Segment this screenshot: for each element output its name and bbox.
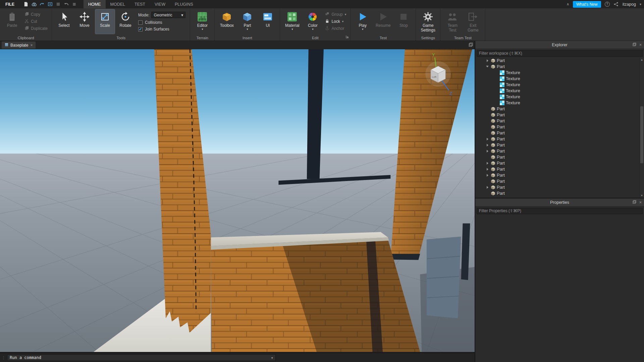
tree-item-texture[interactable]: Texture [475, 76, 639, 82]
anchor-button[interactable]: Anchor [323, 25, 348, 32]
tree-item-part[interactable]: Part [475, 142, 639, 148]
tree-item-part[interactable]: Part [475, 124, 639, 130]
tree-item-part[interactable]: Part [475, 112, 639, 118]
chevron-right-icon[interactable] [485, 144, 489, 146]
tree-item-part[interactable]: Part [475, 58, 639, 64]
tree-item-part[interactable]: Part [475, 106, 639, 112]
insert-part-dropdown-icon[interactable]: ▾ [247, 28, 248, 31]
game-settings-button[interactable]: Game Settings [418, 9, 438, 33]
collisions-checkbox-row[interactable]: Collisions [138, 20, 185, 25]
chevron-right-icon[interactable] [485, 138, 489, 140]
collapse-ribbon-icon[interactable]: ∧ [567, 2, 569, 6]
chevron-right-icon[interactable] [485, 150, 489, 153]
whats-new-button[interactable]: What's New [573, 1, 601, 8]
viewport-canvas[interactable]: Y Z Left [0, 49, 475, 352]
chevron-right-icon[interactable] [485, 168, 489, 171]
tree-item-part[interactable]: Part [475, 148, 639, 154]
file-menu-button[interactable]: FILE [0, 0, 20, 8]
select-tool-button[interactable]: Select [54, 9, 74, 34]
team-test-button[interactable]: Team Test [443, 9, 462, 33]
chevron-right-icon[interactable] [485, 186, 489, 189]
tree-item-part[interactable]: Part [475, 160, 639, 166]
copy-button[interactable]: Copy [23, 11, 49, 18]
properties-float-icon[interactable] [633, 200, 636, 205]
insert-part-button[interactable]: Part ▾ [237, 9, 257, 31]
explorer-float-icon[interactable] [633, 43, 636, 47]
play-dropdown-icon[interactable]: ▾ [362, 28, 364, 31]
command-history-dropdown-icon[interactable]: ▾ [271, 356, 273, 360]
tree-item-texture[interactable]: Texture [475, 82, 639, 88]
join-surfaces-checkbox[interactable]: ✓ [138, 27, 143, 32]
command-input-container[interactable]: ▾ [7, 354, 276, 361]
join-surfaces-checkbox-row[interactable]: ✓ Join Surfaces [138, 27, 185, 32]
group-dropdown-icon[interactable]: ▾ [345, 13, 346, 16]
toolbox-button[interactable]: Toolbox [217, 9, 236, 31]
account-dropdown-icon[interactable]: ▾ [640, 2, 641, 6]
lock-button[interactable]: Lock ▾ [323, 18, 348, 25]
tree-item-part[interactable]: Part [475, 136, 639, 142]
collisions-checkbox[interactable] [138, 20, 143, 25]
tree-item-part[interactable]: Part [475, 166, 639, 172]
rotate-tool-button[interactable]: Rotate [116, 9, 135, 34]
insert-ui-button[interactable]: UI [258, 9, 277, 31]
tab-plugins[interactable]: PLUGINS [170, 0, 198, 8]
explorer-scrollbar[interactable]: ▲ ▼ [639, 58, 644, 198]
mode-select[interactable]: Geometric ▾ [151, 12, 185, 18]
undo-arrow-icon[interactable] [63, 2, 69, 7]
tree-item-texture[interactable]: Texture [475, 88, 639, 94]
properties-close-icon[interactable]: × [639, 200, 642, 205]
baseplate-tab-close-icon[interactable]: × [30, 43, 33, 48]
color-button[interactable]: Color ▾ [303, 9, 322, 32]
move-tool-button[interactable]: Move [75, 9, 94, 34]
wood-wall-lower[interactable] [211, 240, 420, 352]
terrain-editor-dropdown-icon[interactable]: ▾ [202, 28, 203, 31]
scroll-up-icon[interactable]: ▲ [640, 58, 644, 62]
tab-test[interactable]: TEST [130, 0, 150, 8]
chevron-down-icon[interactable] [485, 66, 489, 67]
tab-home[interactable]: HOME [84, 0, 106, 8]
color-dropdown-icon[interactable]: ▾ [312, 28, 314, 31]
chevron-right-icon[interactable] [485, 162, 489, 165]
share-icon[interactable] [613, 2, 619, 7]
tree-item-part[interactable]: Part [475, 130, 639, 136]
scroll-down-icon[interactable]: ▼ [640, 193, 644, 198]
command-bar-grip-icon[interactable]: ⋮ [2, 356, 5, 360]
explorer-filter-input[interactable] [477, 50, 643, 57]
cut-button[interactable]: Cut [23, 18, 49, 25]
command-input[interactable] [10, 355, 271, 360]
chevron-right-icon[interactable] [485, 59, 489, 62]
explorer-header[interactable]: Explorer × [475, 41, 644, 49]
paste-button[interactable]: Paste [2, 9, 22, 32]
scale-tool-button[interactable]: Scale [95, 9, 115, 34]
stop-button[interactable]: Stop [394, 9, 413, 31]
tree-item-texture[interactable]: Texture [475, 94, 639, 100]
properties-filter-input[interactable] [477, 208, 643, 214]
viewport-3d[interactable]: Y Z Left [0, 49, 475, 352]
baseplate-tab[interactable]: Baseplate × [2, 42, 36, 49]
explorer-close-icon[interactable]: × [639, 43, 642, 47]
help-icon[interactable]: ? [605, 2, 610, 7]
tree-item-part[interactable]: Part [475, 178, 639, 184]
username-label[interactable]: itzapog [623, 2, 636, 7]
resume-button[interactable]: Resume [373, 9, 393, 31]
tree-item-part[interactable]: Part [475, 184, 639, 190]
group-button[interactable]: Group ▾ [323, 11, 348, 18]
exit-game-button[interactable]: Exit Game [463, 9, 483, 33]
lock-dropdown-icon[interactable]: ▾ [342, 20, 344, 23]
duplicate-button[interactable]: Duplicate [23, 25, 49, 32]
tree-item-texture[interactable]: Texture [475, 70, 639, 76]
play-button[interactable]: Play ▾ [353, 9, 372, 31]
tab-model[interactable]: MODEL [106, 0, 130, 8]
tree-item-part[interactable]: Part [475, 154, 639, 160]
scrollbar-thumb[interactable] [640, 106, 643, 163]
toolbar-overflow-icon[interactable] [71, 2, 77, 7]
binoculars-icon[interactable] [31, 2, 37, 7]
panel-layout-icon[interactable] [469, 42, 473, 48]
terrain-editor-button[interactable]: Editor ▾ [193, 9, 212, 31]
save-document-icon[interactable] [23, 2, 29, 7]
properties-header[interactable]: Properties × [475, 198, 644, 206]
tree-item-texture[interactable]: Texture [475, 100, 639, 106]
tree-item-part[interactable]: Part [475, 64, 639, 70]
chevron-right-icon[interactable] [485, 174, 489, 177]
publish-window-icon[interactable] [47, 2, 53, 7]
